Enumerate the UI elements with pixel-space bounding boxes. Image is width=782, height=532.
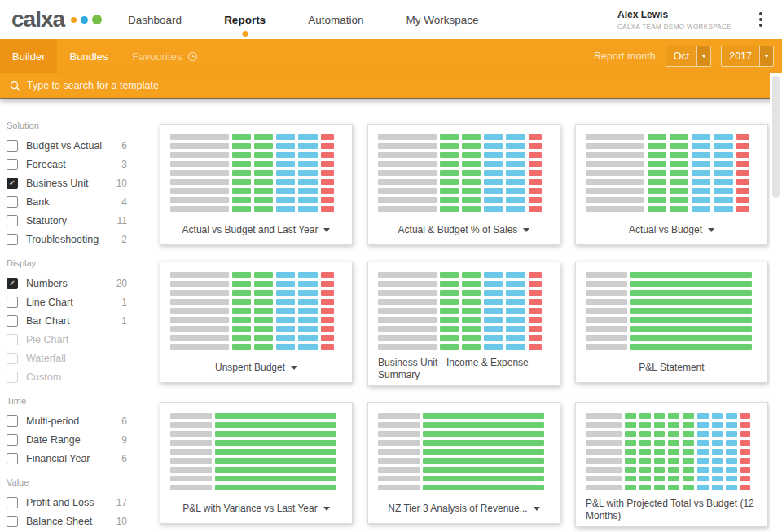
preview-bar-green	[625, 458, 636, 464]
filter-troubleshooting[interactable]: Troubleshooting2	[7, 230, 127, 248]
filter-bank[interactable]: Bank4	[7, 192, 127, 211]
preview-bar-blue	[276, 326, 295, 332]
nav-reports[interactable]: Reports	[224, 0, 266, 39]
checkbox-bar-chart[interactable]	[7, 315, 18, 327]
preview-row	[586, 206, 758, 212]
preview-bar-green	[232, 134, 251, 140]
chevron-down-icon[interactable]	[696, 46, 710, 66]
template-card-p-l-with-projected-total-vs-budget-12-months[interactable]: P&L with Projected Total vs Budget (12 M…	[575, 402, 768, 527]
checkbox-troubleshooting[interactable]	[7, 234, 18, 245]
preview-bar-blue	[276, 290, 295, 296]
checkbox-budget-vs-actual[interactable]	[7, 140, 18, 152]
filter-statutory[interactable]: Statutory11	[7, 211, 127, 230]
template-card-unspent-budget[interactable]: Unspent Budget	[160, 262, 353, 383]
preview-bar-green	[625, 449, 636, 455]
checkbox-profit-and-loss[interactable]	[7, 497, 18, 508]
filter-line-chart[interactable]: Line Chart1	[7, 292, 127, 311]
tab-builder[interactable]: Builder	[0, 39, 57, 73]
chevron-down-icon[interactable]	[534, 507, 540, 511]
template-card-p-l-statement[interactable]: P&L Statement	[575, 262, 768, 383]
preview-bar-blue	[484, 317, 503, 323]
preview-bar-blue	[298, 188, 317, 194]
preview-bar-blue	[506, 206, 525, 212]
filter-custom[interactable]: Custom	[7, 367, 127, 386]
year-dropdown[interactable]: 2017	[721, 46, 774, 67]
checkbox-line-chart[interactable]	[7, 297, 18, 308]
filter-financial-year[interactable]: Financial Year6	[7, 449, 127, 468]
scrollbar-thumb[interactable]	[772, 76, 780, 198]
checkbox-balance-sheet[interactable]	[7, 516, 18, 527]
filter-balance-sheet[interactable]: Balance Sheet10	[7, 512, 127, 530]
filter-waterfall[interactable]: Waterfall	[7, 349, 127, 367]
checkbox-date-range[interactable]	[7, 434, 18, 446]
filter-date-range[interactable]: Date Range9	[7, 430, 127, 449]
scrollbar-track[interactable]	[770, 73, 782, 532]
chevron-down-icon[interactable]	[708, 228, 714, 232]
preview-bar-blue	[697, 440, 709, 446]
calxa-logo[interactable]: calxa	[11, 8, 102, 31]
tab-favourites[interactable]: Favourites	[120, 39, 210, 73]
checkbox-numbers[interactable]: ✓	[7, 278, 18, 289]
template-card-business-unit-income-expense-summary[interactable]: Business Unit - Income & Expense Summary	[367, 262, 560, 386]
preview-bar-green	[254, 335, 273, 341]
filter-business-unit[interactable]: ✓Business Unit10	[7, 174, 127, 192]
filter-numbers[interactable]: ✓Numbers20	[7, 274, 127, 292]
preview-bar-green	[630, 272, 753, 278]
user-info[interactable]: Alex Lewis CALXA TEAM DEMO WORKSPACE	[617, 9, 753, 30]
template-card-actual-budget-of-sales[interactable]: Actual & Budget % of Sales	[367, 124, 560, 245]
filter-budget-vs-actual[interactable]: Budget vs Actual6	[7, 136, 127, 155]
preview-bar-red	[529, 206, 543, 212]
checkbox-custom[interactable]	[7, 372, 18, 383]
tab-bundles[interactable]: Bundles	[57, 39, 120, 73]
preview-bar-green	[440, 281, 459, 287]
template-title-row: Unspent Budget	[170, 357, 342, 378]
template-card-p-l-with-variance-vs-last-year[interactable]: P&L with Variance vs Last Year	[160, 402, 353, 524]
filter-count: 6	[121, 140, 127, 152]
filter-label: Financial Year	[26, 453, 90, 464]
preview-row	[170, 476, 342, 481]
preview-bar-gray	[170, 272, 229, 278]
checkbox-business-unit[interactable]: ✓	[7, 178, 18, 189]
preview-bar-green	[232, 344, 251, 350]
preview-row	[378, 476, 550, 481]
chevron-down-icon[interactable]	[323, 507, 330, 511]
search-input[interactable]	[27, 80, 772, 91]
preview-bar-red	[529, 152, 543, 158]
preview-bar-green	[462, 326, 481, 332]
checkbox-forecast[interactable]	[7, 159, 18, 170]
chevron-down-icon[interactable]	[291, 366, 297, 370]
preview-bar-gray	[586, 308, 627, 314]
filter-profit-and-loss[interactable]: Profit and Loss17	[7, 493, 127, 512]
checkbox-bank[interactable]	[7, 196, 18, 208]
checkbox-multi-period[interactable]	[7, 415, 18, 427]
preview-bar-green	[625, 431, 636, 437]
filter-forecast[interactable]: Forecast3	[7, 155, 127, 174]
checkbox-waterfall[interactable]	[7, 353, 18, 364]
template-card-nz-tier-3-analysis-of-revenue[interactable]: NZ Tier 3 Analysis of Revenue...	[367, 402, 560, 524]
template-card-actual-vs-budget[interactable]: Actual vs Budget	[575, 124, 768, 245]
preview-bar-blue	[298, 344, 317, 350]
month-dropdown[interactable]: Oct	[666, 46, 711, 67]
preview-bar-red	[321, 317, 335, 323]
nav-my-workspace[interactable]: My Workspace	[406, 0, 478, 39]
checkbox-statutory[interactable]	[7, 215, 18, 226]
nav-automation[interactable]: Automation	[308, 0, 363, 39]
filter-multi-period[interactable]: Multi-period6	[7, 411, 127, 430]
preview-row	[378, 134, 550, 140]
checkbox-financial-year[interactable]	[7, 453, 18, 464]
filter-bar-chart[interactable]: Bar Chart1	[7, 311, 127, 330]
template-card-actual-vs-budget-and-last-year[interactable]: Actual vs Budget and Last Year	[160, 124, 353, 245]
kebab-menu-icon[interactable]	[753, 8, 769, 31]
preview-bar-green	[423, 431, 545, 437]
filter-pie-chart[interactable]: Pie Chart	[7, 330, 127, 349]
chevron-down-icon[interactable]	[323, 228, 330, 232]
preview-bar-gray	[170, 335, 229, 341]
preview-bar-gray	[586, 134, 644, 140]
preview-bar-gray	[378, 299, 437, 305]
preview-bar-green	[232, 161, 251, 167]
nav-dashboard[interactable]: Dashboard	[128, 0, 182, 39]
checkbox-pie-chart[interactable]	[7, 334, 18, 345]
chevron-down-icon[interactable]	[759, 46, 773, 66]
chevron-down-icon[interactable]	[523, 228, 529, 232]
preview-bar-green	[668, 431, 679, 437]
